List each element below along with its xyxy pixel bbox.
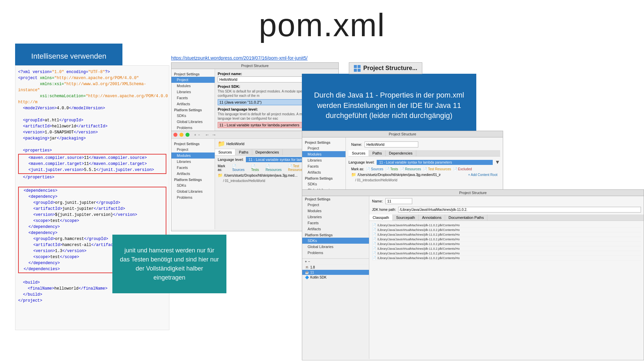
tab-deps-3[interactable]: Dependencies xyxy=(386,150,416,156)
path-item-6: 📄 /Library/Java/JavaVirtualMachines/jdk-… xyxy=(372,246,641,251)
sdk-list: + − ☕ 1.8 ☕ 11 🔷 Kotlin SDK xyxy=(302,258,369,280)
blog-link[interactable]: https://stuetzpunkt.wordpress.com/2019/0… xyxy=(171,55,308,61)
mark-sources[interactable]: 📄 Sources xyxy=(232,164,249,172)
sidebar-modules-3[interactable]: Modules xyxy=(302,151,345,157)
folder-icon: 📁 xyxy=(218,173,223,178)
project-structure-window-4: Project Structure Project Settings Proje… xyxy=(302,189,644,360)
mark-resources[interactable]: 📄 Resources xyxy=(266,164,286,172)
jdk-path-value[interactable]: /Library/Java/JavaVirtualMachines/jdk-11… xyxy=(398,207,641,213)
minus-btn[interactable]: − xyxy=(198,133,200,137)
maximize-btn[interactable] xyxy=(185,133,190,137)
sidebar-libraries-2[interactable]: Libraries xyxy=(171,159,215,165)
grid-sq-2 xyxy=(358,65,361,68)
sidebar-facets-3[interactable]: Facets xyxy=(302,163,345,169)
mark-sources-3[interactable]: 📄 Sources xyxy=(366,167,383,171)
platform-settings-section-4: Platform Settings xyxy=(302,232,369,238)
add-content-root-3[interactable]: + Add Content Root xyxy=(468,173,497,177)
sidebar-libraries[interactable]: Libraries xyxy=(171,89,215,95)
sidebar-project-3[interactable]: Project xyxy=(302,145,345,151)
sidebar-artifacts[interactable]: Artifacts xyxy=(171,101,215,107)
sidebar-global-libraries[interactable]: Global Libraries xyxy=(171,119,215,125)
sidebar-project-2[interactable]: Project xyxy=(171,146,215,153)
platform-settings-section-1: Platform Settings xyxy=(171,107,215,113)
sidebar-facets-4[interactable]: Facets xyxy=(302,220,369,226)
sidebar-project[interactable]: Project xyxy=(171,77,215,83)
tab-sources-3[interactable]: Sources xyxy=(348,150,369,156)
sidebar-artifacts-2[interactable]: Artifacts xyxy=(171,171,215,177)
tab-paths[interactable]: Paths xyxy=(235,149,252,155)
sidebar-sdks-4[interactable]: SDKs xyxy=(302,238,369,244)
arrow-left[interactable]: ← xyxy=(205,132,210,137)
page-title: pom.xml xyxy=(0,0,644,44)
root-path-3: /Users/stuetz/Dropbox/htl/skripten/java.… xyxy=(358,173,441,177)
sidebar-global-libraries-2[interactable]: Global Libraries xyxy=(171,188,215,194)
tab-annotations[interactable]: Annotations xyxy=(419,215,445,221)
plus-btn[interactable]: + xyxy=(194,133,196,137)
mark-test-res-3[interactable]: 📄 Test Resources xyxy=(423,167,451,171)
sidebar-global-libraries-4[interactable]: Global Libraries xyxy=(302,244,369,250)
sidebar-libraries-4[interactable]: Libraries xyxy=(302,214,369,220)
ps-title-bar-right: Project Structure... xyxy=(349,62,422,74)
grid-sq-4 xyxy=(358,69,361,72)
jdk-path-row: JDK home path: /Library/Java/JavaVirtual… xyxy=(369,206,644,213)
path-icon-2: 📄 xyxy=(372,228,376,232)
name-input-3[interactable]: HelloWorld xyxy=(365,141,418,147)
minimize-btn[interactable] xyxy=(179,133,183,137)
project-settings-section-2: Project Settings xyxy=(171,141,215,146)
grid-sq-1 xyxy=(354,65,357,68)
sdk-label-1: 1.8 xyxy=(310,265,315,269)
tab-deps[interactable]: Dependencies xyxy=(252,149,283,155)
sidebar-artifacts-3[interactable]: Artifacts xyxy=(302,169,345,175)
sidebar-project-4[interactable]: Project xyxy=(302,202,369,208)
sdk-item-1[interactable]: ☕ 1.8 xyxy=(302,265,369,270)
sidebar-facets-2[interactable]: Facets xyxy=(171,165,215,171)
sdk-toolbar: + − xyxy=(302,259,369,265)
sidebar-sdks-2[interactable]: SDKs xyxy=(171,182,215,188)
lang-dropdown-icon[interactable]: ▼ xyxy=(495,159,500,165)
lang-val-3[interactable]: 11 - Local variable syntax for lambda pa… xyxy=(377,160,493,165)
sdk-plus[interactable]: + xyxy=(305,260,307,263)
tab-sources[interactable]: Sources xyxy=(215,149,235,155)
project-settings-section-1: Project Settings xyxy=(171,71,215,77)
sidebar-modules-4[interactable]: Modules xyxy=(302,208,369,214)
tab-classpath[interactable]: Classpath xyxy=(369,215,393,221)
arrow-right[interactable]: → xyxy=(212,132,216,137)
lang-row-3: Language level: 11 - Local variable synt… xyxy=(348,158,500,167)
close-btn[interactable] xyxy=(173,133,177,137)
mark-tests-3[interactable]: 📄 Tests xyxy=(385,167,398,171)
tab-sourcepath[interactable]: Sourcepath xyxy=(393,215,419,221)
tab-paths-3[interactable]: Paths xyxy=(369,150,385,156)
sidebar-artifacts-4[interactable]: Artifacts xyxy=(302,226,369,232)
path-item-7: 📄 /Library/Java/JavaVirtualMachines/jdk-… xyxy=(372,251,641,256)
name-label-3: Name: xyxy=(351,142,362,146)
platform-settings-section-3: Platform Settings xyxy=(302,175,345,181)
sdk-item-3[interactable]: 🔷 Kotlin SDK xyxy=(302,275,369,280)
sidebar-sdks-3[interactable]: SDKs xyxy=(302,181,345,187)
callout-text: junit und hamcrest werden nur für das Te… xyxy=(119,246,220,282)
sdk-name-input[interactable]: 11 xyxy=(385,198,412,204)
sidebar-problems[interactable]: Problems xyxy=(171,125,215,131)
sidebar-libraries-3[interactable]: Libraries xyxy=(302,157,345,163)
path-val-8: /Library/Java/JavaVirtualMachines/jdk-11… xyxy=(377,256,460,260)
path-icon-7: 📄 xyxy=(372,251,376,255)
ps-titlebar-3: Project Structure xyxy=(302,131,503,137)
sdk-minus[interactable]: − xyxy=(308,260,310,263)
ps-titlebar-4: Project Structure xyxy=(302,190,644,196)
mark-tests[interactable]: 📄 Tests xyxy=(251,164,264,172)
sdk-name-row: Name: 11 xyxy=(369,196,644,206)
module-tree-icon: 📁 xyxy=(218,140,225,147)
tab-doc-paths[interactable]: Documentation Paths xyxy=(445,215,487,221)
sidebar-modules-2[interactable]: Modules xyxy=(171,153,215,159)
mark-resources-3[interactable]: 📄 Resources xyxy=(400,167,421,171)
folder-icon-3: 📁 xyxy=(351,172,356,177)
sidebar-sdks[interactable]: SDKs xyxy=(171,113,215,119)
sdk-label-2: 11 xyxy=(310,270,314,274)
sdk-label-3: Kotlin SDK xyxy=(310,276,326,279)
path-icon-5: 📄 xyxy=(372,242,376,246)
sidebar-problems-4[interactable]: Problems xyxy=(302,250,369,256)
sidebar-facets[interactable]: Facets xyxy=(171,95,215,101)
sdk-item-2[interactable]: ☕ 11 xyxy=(302,270,369,275)
mark-excluded-3[interactable]: 📄 Excluded xyxy=(453,167,472,171)
sidebar-modules[interactable]: Modules xyxy=(171,83,215,89)
sidebar-problems-2[interactable]: Problems xyxy=(171,194,215,200)
